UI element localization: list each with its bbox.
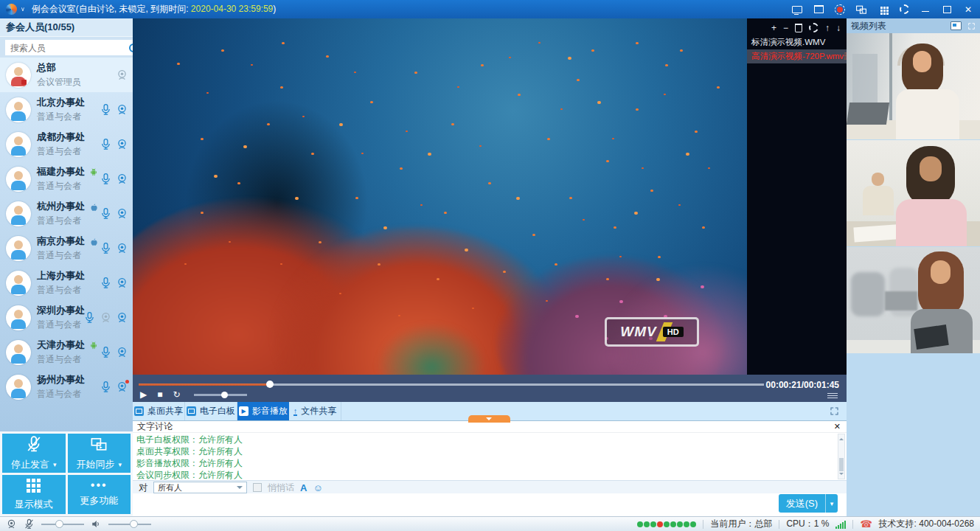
stop-button[interactable]: ■	[157, 389, 162, 400]
send-button[interactable]: 发送(S) ▾	[779, 494, 838, 513]
playlist-settings-icon[interactable]	[809, 23, 819, 32]
participant-row[interactable]: 上海办事处 普通与会者	[0, 266, 133, 300]
camera-icon[interactable]	[116, 173, 128, 185]
play-button[interactable]: ▶	[140, 389, 147, 400]
participant-row[interactable]: 深圳办事处 普通与会者	[0, 300, 133, 335]
playlist-move-down-icon[interactable]: ↓	[836, 24, 841, 32]
participant-row[interactable]: 天津办事处 普通与会者	[0, 335, 133, 369]
chat-input[interactable]	[133, 493, 847, 516]
camera-icon[interactable]	[116, 138, 128, 150]
video-thumbnail[interactable]	[847, 247, 980, 353]
participant-role: 普通与会者	[37, 249, 100, 262]
camera-off-icon[interactable]	[116, 69, 128, 81]
playlist-toggle-icon[interactable]	[827, 393, 838, 400]
network-sync-icon[interactable]	[855, 4, 867, 15]
playlist-move-up-icon[interactable]: ↑	[825, 24, 830, 32]
scroll-thumb[interactable]	[839, 458, 844, 471]
recipient-select[interactable]: 所有人	[153, 482, 247, 493]
playlist-item-selected[interactable]: 高清演示视频-720P.wmv 删除	[747, 49, 847, 63]
fullscreen-icon[interactable]	[830, 402, 839, 420]
playing-video[interactable]: WMV HD	[133, 18, 747, 375]
volume-handle[interactable]	[221, 392, 228, 398]
participant-row[interactable]: 杭州办事处 普通与会者	[0, 196, 133, 231]
participant-row[interactable]: 成都办事处 普通与会者	[0, 127, 133, 162]
dropdown-caret-icon[interactable]: ▾	[53, 461, 57, 468]
start-sync-button[interactable]: 开始同步▾	[68, 434, 131, 473]
camera-icon[interactable]	[116, 277, 128, 289]
tab-whiteboard[interactable]: 电子白板	[185, 402, 237, 420]
mic-icon[interactable]	[100, 138, 112, 150]
volume-slider[interactable]	[194, 394, 247, 396]
playlist-trash-icon[interactable]	[795, 24, 802, 32]
display-mode-button[interactable]: 显示模式	[2, 475, 66, 514]
scroll-down-arrow[interactable]	[839, 473, 844, 477]
avatar	[6, 201, 31, 226]
camera-off-icon[interactable]	[100, 311, 112, 324]
chat-collapse-handle[interactable]	[468, 415, 510, 423]
maximize-button[interactable]	[941, 4, 953, 15]
replay-button[interactable]: ↻	[173, 389, 180, 400]
chat-scrollbar[interactable]	[838, 434, 845, 479]
camera-icon[interactable]	[116, 346, 128, 358]
status-dot	[690, 521, 696, 527]
playlist-item[interactable]: 标清演示视频.WMV	[747, 35, 847, 49]
camera-icon[interactable]	[116, 311, 128, 324]
send-dropdown-caret[interactable]: ▾	[825, 494, 838, 513]
mic-volume-slider[interactable]	[41, 524, 84, 525]
more-functions-button[interactable]: ••• 更多功能	[68, 475, 131, 514]
mic-icon[interactable]	[100, 381, 112, 393]
panel-expand-icon[interactable]	[967, 22, 976, 30]
mic-icon[interactable]	[83, 311, 96, 324]
playlist-add-icon[interactable]: +	[771, 24, 776, 32]
window-layout-icon[interactable]	[813, 4, 824, 15]
camera-recording-icon[interactable]	[116, 381, 128, 393]
seek-bar[interactable]	[139, 384, 764, 386]
mic-icon[interactable]	[100, 103, 112, 116]
participant-row[interactable]: 南京办事处 普通与会者	[0, 231, 133, 266]
participant-row[interactable]: 福建办事处 普通与会者	[0, 162, 133, 196]
tab-file-share[interactable]: ↑ 文件共享	[289, 402, 341, 420]
tab-media-playback[interactable]: ▶ 影音播放	[237, 402, 289, 420]
seek-handle[interactable]	[266, 381, 274, 388]
font-button[interactable]: A	[300, 482, 307, 493]
search-input[interactable]	[9, 42, 126, 54]
video-thumbnail[interactable]	[847, 140, 980, 246]
minimize-button[interactable]	[920, 4, 931, 15]
mic-icon[interactable]	[100, 173, 112, 185]
participant-row[interactable]: 北京办事处 普通与会者	[0, 92, 133, 127]
close-button[interactable]: ✕	[962, 4, 974, 15]
speaker-volume-slider[interactable]	[108, 524, 151, 525]
speaker-volume-handle[interactable]	[130, 520, 138, 528]
mic-muted-status-icon[interactable]	[24, 518, 35, 530]
app-logo-icon[interactable]	[6, 4, 17, 15]
mic-icon[interactable]	[100, 242, 112, 254]
camera-icon[interactable]	[116, 242, 128, 254]
player-control-bar: ▶ ■ ↻ 00:00:21/00:01:45	[133, 375, 847, 402]
mic-icon[interactable]	[100, 207, 112, 220]
mic-volume-handle[interactable]	[55, 520, 63, 528]
participant-row[interactable]: 总部 会议管理员	[0, 58, 133, 92]
display-grid-icon[interactable]	[877, 4, 889, 15]
webcam-status-icon[interactable]	[6, 518, 17, 530]
emoji-button[interactable]: ☺	[313, 482, 322, 493]
chat-close-icon[interactable]: ✕	[834, 422, 841, 431]
screen-share-icon[interactable]	[791, 4, 803, 15]
whiteboard-icon	[187, 406, 196, 416]
dropdown-caret-icon[interactable]: ▾	[118, 461, 122, 468]
mic-icon[interactable]	[100, 277, 112, 289]
tab-desktop-share[interactable]: 桌面共享	[133, 402, 185, 420]
video-monitor-icon[interactable]	[951, 21, 962, 30]
camera-icon[interactable]	[116, 207, 128, 220]
mic-icon[interactable]	[100, 346, 112, 358]
settings-gear-icon[interactable]	[898, 4, 910, 15]
participant-row[interactable]: 扬州办事处 普通与会者	[0, 369, 133, 404]
stop-speaking-button[interactable]: 停止发言▾	[2, 434, 66, 473]
whisper-checkbox[interactable]	[253, 483, 262, 492]
scroll-up-arrow[interactable]	[839, 436, 844, 440]
speaker-icon[interactable]	[91, 518, 102, 530]
playlist-remove-icon[interactable]: −	[783, 24, 788, 32]
video-thumbnail[interactable]	[847, 33, 980, 139]
record-icon[interactable]	[834, 4, 846, 15]
chevron-down-icon[interactable]: ∨	[21, 6, 25, 13]
camera-icon[interactable]	[116, 103, 128, 116]
